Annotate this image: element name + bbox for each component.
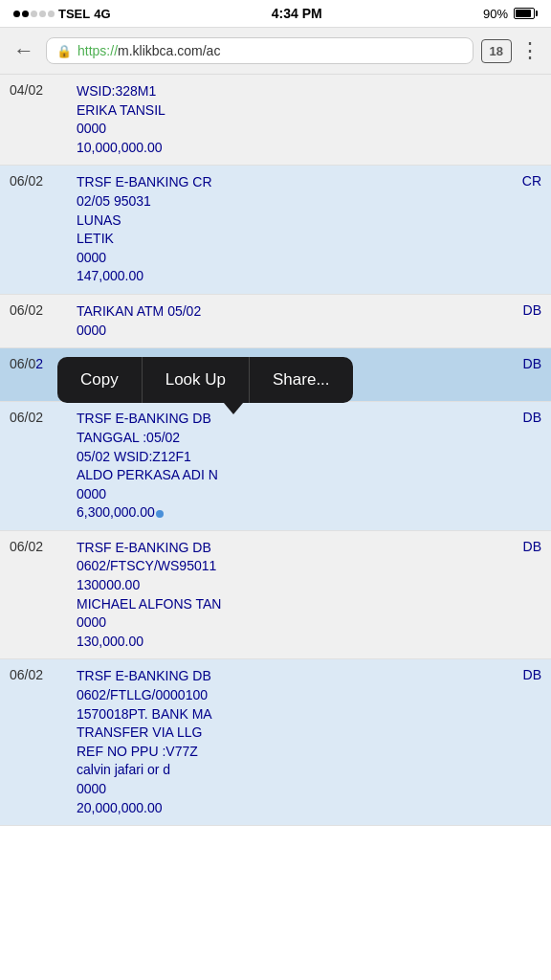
battery-icon <box>514 8 538 19</box>
url-text: https://m.klikbca.com/ac <box>77 43 463 58</box>
status-bar: TSEL 4G 4:34 PM 90% <box>0 0 551 27</box>
transaction-date: 06/02 <box>0 659 67 826</box>
transaction-date: 06/02 <box>0 294 67 347</box>
transaction-type: DB <box>513 530 551 659</box>
address-bar: ← 🔒 https://m.klikbca.com/ac 18 ⋮ <box>0 27 551 75</box>
transaction-type: DB <box>513 348 551 402</box>
table-row: 06/02 TRSF E-BANKING DB0602/FTLLG/000010… <box>0 659 551 826</box>
url-host: m.klikbca.com/ac <box>118 43 220 58</box>
transaction-type: DB <box>513 659 551 826</box>
transaction-type: DB <box>513 402 551 531</box>
table-row: 06/02 TRSF E-BANKING CR02/05 95031LUNASL… <box>0 166 551 295</box>
transaction-description: TARIKAN ATM 05/020000 <box>67 294 513 347</box>
status-left: TSEL 4G <box>13 7 111 21</box>
context-menu-copy[interactable]: Copy <box>57 357 143 403</box>
transaction-type: CR <box>513 166 551 295</box>
transaction-type: DB <box>513 294 551 347</box>
transaction-date: 06/02 <box>0 402 67 531</box>
context-menu-share[interactable]: Share... <box>250 357 353 403</box>
context-menu-overlay: Copy Look Up Share... <box>57 357 353 414</box>
table-row: 04/02 WSID:328M1ERIKA TANSIL000010,000,0… <box>0 75 551 166</box>
url-bar[interactable]: 🔒 https://m.klikbca.com/ac <box>46 37 474 64</box>
context-menu-arrow <box>224 403 243 414</box>
table-row: 06/02 TARIKAN ATM 05/020000 DB <box>0 294 551 347</box>
transaction-date: 04/02 <box>0 75 67 166</box>
url-https: https:// <box>77 43 118 58</box>
context-menu[interactable]: Copy Look Up Share... <box>57 357 353 403</box>
transaction-date: 06/02 <box>0 530 67 659</box>
transaction-type <box>513 75 551 166</box>
signal-icon <box>13 11 55 17</box>
transaction-description: TRSF E-BANKING DBTANGGAL :05/0205/02 WSI… <box>67 402 513 531</box>
lock-icon: 🔒 <box>56 44 72 58</box>
transaction-date: 06/02 <box>0 166 67 295</box>
transaction-description: WSID:328M1ERIKA TANSIL000010,000,000.00 <box>67 75 513 166</box>
table-row: 06/02 TRSF E-BANKING DB0602/FTSCY/WS9501… <box>0 530 551 659</box>
back-button[interactable]: ← <box>10 38 38 63</box>
transaction-description: TRSF E-BANKING DB0602/FTLLG/000010015700… <box>67 659 513 826</box>
battery-percentage: 90% <box>483 7 508 21</box>
table-row: 06/02 TRSF E-BANKING DBTANGGAL :05/0205/… <box>0 402 551 531</box>
status-right: 90% <box>483 7 538 21</box>
transaction-description: TRSF E-BANKING DB0602/FTSCY/WS9501113000… <box>67 530 513 659</box>
carrier-label: TSEL <box>58 7 90 21</box>
transaction-description: TRSF E-BANKING CR02/05 95031LUNASLETIK00… <box>67 166 513 295</box>
more-button[interactable]: ⋮ <box>519 38 541 63</box>
clock: 4:34 PM <box>272 6 322 21</box>
tab-count-button[interactable]: 18 <box>481 39 512 63</box>
context-menu-lookup[interactable]: Look Up <box>143 357 250 403</box>
network-label: 4G <box>94 7 110 21</box>
transactions-table: 04/02 WSID:328M1ERIKA TANSIL000010,000,0… <box>0 75 551 826</box>
